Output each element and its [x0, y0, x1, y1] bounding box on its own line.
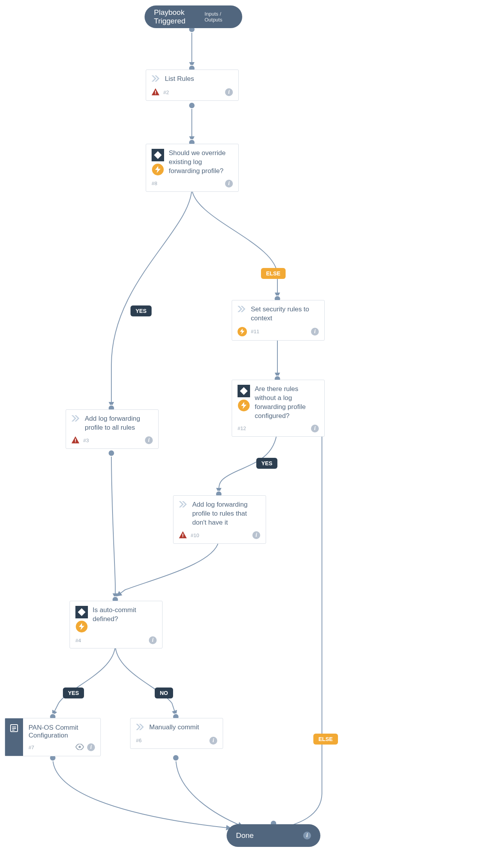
node-ref: #8	[152, 180, 157, 186]
condition-auto-commit[interactable]: Is auto-commit defined? #4 i	[70, 601, 163, 648]
node-ref: #12	[238, 425, 246, 431]
node-ref: #7	[29, 745, 34, 750]
node-ref: #6	[136, 738, 141, 743]
svg-point-10	[79, 746, 81, 748]
eye-icon[interactable]	[75, 744, 84, 751]
warning-icon	[71, 436, 79, 445]
node-title: Should we override existing log forwardi…	[169, 149, 233, 176]
node-title: Manually commit	[149, 723, 217, 732]
svg-rect-0	[155, 91, 156, 93]
info-icon[interactable]: i	[87, 743, 95, 751]
info-icon[interactable]: i	[145, 436, 153, 444]
node-ref: #2	[163, 89, 169, 95]
end-title: Done	[236, 831, 254, 840]
condition-override-profile[interactable]: Should we override existing log forwardi…	[146, 144, 239, 192]
task-icon	[238, 306, 245, 315]
script-side-tab	[5, 718, 23, 756]
svg-rect-1	[155, 93, 156, 94]
info-icon[interactable]: i	[303, 832, 311, 839]
condition-icon	[75, 606, 88, 618]
condition-icon	[238, 385, 250, 397]
start-title: Playbook Triggered	[154, 8, 204, 25]
bolt-icon	[76, 621, 88, 632]
bolt-icon	[152, 164, 164, 175]
branch-yes[interactable]: YES	[63, 688, 84, 698]
condition-icon	[152, 149, 164, 161]
info-icon[interactable]: i	[225, 180, 233, 188]
end-node[interactable]: Done i	[227, 824, 320, 847]
node-title: PAN-OS Commit Configuration	[29, 724, 78, 739]
warning-icon	[152, 88, 159, 96]
node-title: List Rules	[165, 75, 233, 84]
info-icon[interactable]: i	[252, 531, 260, 539]
task-add-profile-missing[interactable]: Add log forwarding profile to rules that…	[173, 495, 266, 544]
info-icon[interactable]: i	[311, 328, 319, 336]
task-icon	[152, 75, 159, 84]
condition-rules-without-profile[interactable]: Are there rules without a log forwarding…	[232, 380, 325, 437]
node-ref: #10	[191, 532, 199, 538]
start-node[interactable]: Playbook Triggered Inputs / Outputs	[145, 5, 242, 28]
node-title: Are there rules without a log forwarding…	[255, 385, 319, 421]
info-icon[interactable]: i	[209, 737, 217, 745]
info-icon[interactable]: i	[149, 636, 157, 644]
node-ref: #11	[251, 329, 259, 334]
svg-rect-4	[182, 534, 183, 536]
bolt-icon	[238, 327, 247, 336]
branch-yes[interactable]: YES	[256, 458, 277, 469]
branch-yes[interactable]: YES	[130, 305, 152, 316]
info-icon[interactable]: i	[311, 425, 319, 432]
port-out[interactable]	[108, 450, 115, 457]
node-ref: #4	[75, 638, 81, 643]
branch-else[interactable]: ELSE	[313, 734, 338, 745]
info-icon[interactable]: i	[225, 88, 233, 96]
task-list-rules[interactable]: List Rules #2 i	[146, 70, 239, 101]
warning-icon	[179, 531, 187, 539]
start-subtitle[interactable]: Inputs / Outputs	[204, 11, 233, 23]
svg-rect-5	[182, 536, 183, 537]
node-title: Add log forwarding profile to all rules	[85, 414, 153, 432]
playbook-canvas: Playbook Triggered Inputs / Outputs List…	[0, 0, 504, 859]
branch-else[interactable]: ELSE	[261, 268, 286, 279]
port-out[interactable]	[188, 102, 195, 109]
script-icon	[10, 724, 18, 734]
task-icon	[71, 415, 79, 424]
svg-rect-2	[75, 439, 76, 441]
svg-rect-3	[75, 441, 76, 442]
task-set-security-rules[interactable]: Set security rules to context #11 i	[232, 300, 325, 341]
bolt-icon	[238, 400, 250, 411]
branch-no[interactable]: NO	[155, 688, 173, 698]
node-title: Is auto-commit defined?	[93, 606, 157, 624]
task-add-profile-all[interactable]: Add log forwarding profile to all rules …	[66, 409, 159, 449]
node-ref: #3	[83, 438, 89, 443]
port-out[interactable]	[172, 754, 179, 761]
node-title: Add log forwarding profile to rules that…	[192, 500, 260, 527]
script-panos-commit[interactable]: PAN-OS Commit Configuration #7 i	[5, 718, 101, 756]
node-title: Set security rules to context	[251, 305, 319, 323]
task-icon	[136, 724, 144, 733]
task-manual-commit[interactable]: Manually commit #6 i	[130, 718, 223, 749]
task-icon	[179, 501, 187, 510]
